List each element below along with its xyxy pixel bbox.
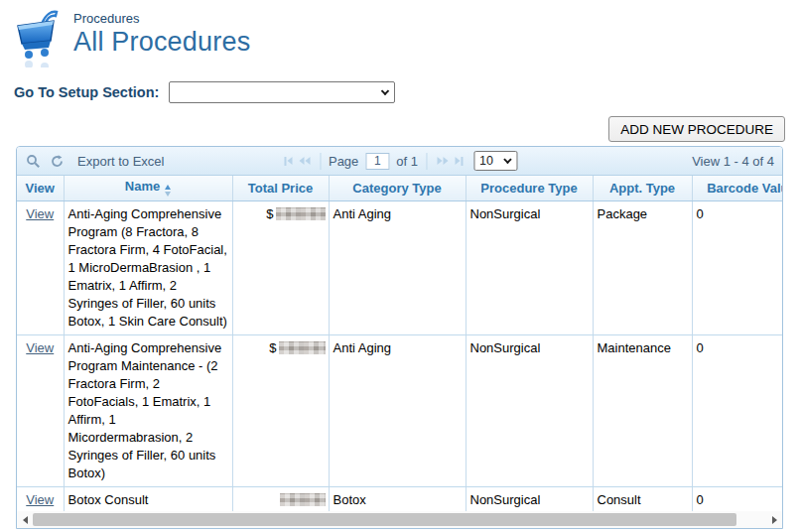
cell-barcode-value: 0 [692, 200, 782, 334]
sort-ascending-icon [165, 185, 171, 197]
cell-category-type: Anti Aging [329, 200, 466, 334]
setup-section-select[interactable] [169, 81, 395, 103]
column-header-procedure-type[interactable]: Procedure Type [466, 176, 593, 200]
cell-name: Anti-Aging Comprehensive Program Mainten… [64, 334, 232, 486]
cell-appt-type: Package [593, 200, 692, 334]
scroll-right-icon[interactable] [766, 511, 782, 528]
setup-section-select-wrap [169, 81, 395, 103]
last-page-icon[interactable] [453, 155, 465, 168]
column-header-name[interactable]: Name [64, 176, 232, 200]
page-size-select-wrap: 10 [473, 151, 517, 171]
redacted-price [280, 493, 326, 506]
cell-category-type: Botox [329, 486, 466, 511]
column-header-appt-type[interactable]: Appt. Type [593, 176, 692, 200]
table-row: View Anti-Aging Comprehensive Program Ma… [17, 334, 782, 486]
cell-name: Anti-Aging Comprehensive Program (8 Frac… [64, 200, 232, 334]
cell-barcode-value: 0 [692, 486, 782, 511]
cell-total-price: $ [232, 334, 329, 486]
horizontal-scrollbar[interactable] [17, 511, 782, 528]
add-new-procedure-button[interactable]: ADD NEW PROCEDURE [608, 116, 785, 142]
table-row: View Botox Consult Botox NonSurgical Con… [17, 486, 782, 511]
actions-row: ADD NEW PROCEDURE [608, 116, 785, 142]
procedures-table: View Name Total Price Category Type Proc… [17, 176, 782, 511]
cell-appt-type: Maintenance [593, 334, 692, 486]
cell-procedure-type: NonSurgical [466, 200, 593, 334]
search-icon[interactable] [26, 154, 41, 169]
toolbar-icons [17, 154, 65, 169]
next-page-icon[interactable] [435, 155, 450, 167]
first-page-icon[interactable] [282, 155, 294, 168]
prev-page-icon[interactable] [297, 155, 312, 167]
grid-toolbar: Export to Excel Page of 1 10 View 1 - 4 … [17, 147, 782, 176]
view-range-info: View 1 - 4 of 4 [692, 154, 774, 169]
refresh-icon[interactable] [50, 154, 65, 169]
column-header-total-price[interactable]: Total Price [232, 176, 329, 200]
cell-barcode-value: 0 [692, 334, 782, 486]
pager: Page of 1 10 [282, 147, 517, 175]
column-header-view[interactable]: View [17, 176, 64, 200]
cell-total-price [232, 486, 329, 511]
procedures-grid: Export to Excel Page of 1 10 View 1 - 4 … [16, 146, 783, 529]
scroll-left-icon[interactable] [17, 511, 33, 528]
setup-section-label: Go To Setup Section: [14, 84, 159, 100]
redacted-price [279, 341, 326, 354]
table-viewport: View Name Total Price Category Type Proc… [17, 176, 782, 511]
page-size-select[interactable]: 10 [473, 151, 517, 171]
column-header-barcode-value[interactable]: Barcode Value [692, 176, 782, 200]
page-header: Procedures All Procedures [12, 8, 250, 67]
cell-procedure-type: NonSurgical [466, 334, 593, 486]
page-title: All Procedures [73, 27, 250, 58]
view-link[interactable]: View [26, 206, 54, 221]
cell-category-type: Anti Aging [329, 334, 466, 486]
pager-separator [320, 153, 321, 170]
page-label: Page [329, 154, 358, 169]
cell-procedure-type: NonSurgical [466, 486, 593, 511]
cell-total-price: $ [232, 200, 329, 334]
column-header-category-type[interactable]: Category Type [329, 176, 466, 200]
page-number-input[interactable] [365, 153, 389, 170]
scrollbar-thumb[interactable] [33, 513, 736, 526]
pager-separator [426, 153, 427, 170]
cell-name: Botox Consult [64, 486, 232, 511]
breadcrumb: Procedures [73, 11, 250, 26]
page-of-label: of 1 [396, 154, 418, 169]
shopping-cart-icon [12, 8, 66, 67]
cell-appt-type: Consult [593, 486, 692, 511]
scrollbar-track[interactable] [33, 513, 766, 526]
setup-section-row: Go To Setup Section: [14, 81, 395, 103]
view-link[interactable]: View [26, 492, 54, 507]
export-to-excel-link[interactable]: Export to Excel [77, 154, 164, 169]
redacted-price [276, 207, 326, 220]
view-link[interactable]: View [26, 340, 54, 355]
table-row: View Anti-Aging Comprehensive Program (8… [17, 200, 782, 334]
header-text: Procedures All Procedures [73, 8, 250, 67]
table-header-row: View Name Total Price Category Type Proc… [17, 176, 782, 200]
